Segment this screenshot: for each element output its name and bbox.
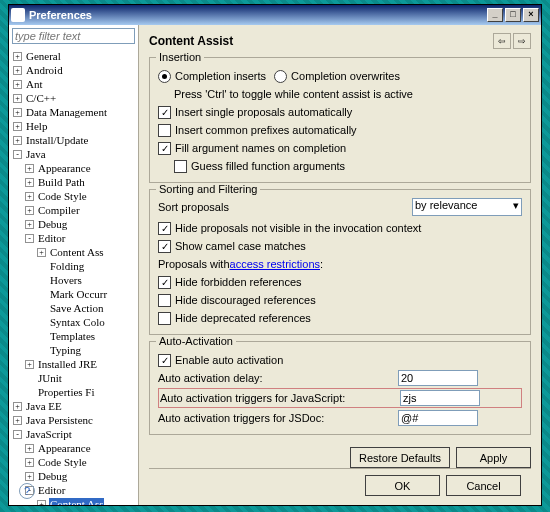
hint-text: Press 'Ctrl' to toggle while content ass… xyxy=(174,88,413,100)
access-restrictions-link[interactable]: access restrictions xyxy=(230,258,320,270)
delay-input[interactable] xyxy=(398,370,478,386)
tree-item[interactable]: +Android xyxy=(11,63,136,77)
enable-auto-check[interactable]: ✓ xyxy=(158,354,171,367)
tree-item[interactable]: +Data Management xyxy=(11,105,136,119)
tree-toggle-icon[interactable]: + xyxy=(13,402,22,411)
hide-forbidden-check[interactable]: ✓ xyxy=(158,276,171,289)
tree-toggle-icon[interactable]: + xyxy=(25,192,34,201)
guess-args-check[interactable] xyxy=(174,160,187,173)
tree-toggle-icon[interactable]: + xyxy=(13,94,22,103)
camelcase-check[interactable]: ✓ xyxy=(158,240,171,253)
tree-item[interactable]: +Ant xyxy=(11,77,136,91)
hide-discouraged-check[interactable] xyxy=(158,294,171,307)
tree-toggle-icon[interactable]: + xyxy=(25,178,34,187)
tree-label: Debug xyxy=(37,218,68,230)
tree-item[interactable]: Save Action xyxy=(11,301,136,315)
completion-inserts-radio[interactable] xyxy=(158,70,171,83)
tree-toggle-icon[interactable]: + xyxy=(25,360,34,369)
hide-invisible-check[interactable]: ✓ xyxy=(158,222,171,235)
tree-label: Compiler xyxy=(37,204,81,216)
back-button[interactable]: ⇦ xyxy=(493,33,511,49)
tree-toggle-icon[interactable]: + xyxy=(25,444,34,453)
tree-item[interactable]: Templates xyxy=(11,329,136,343)
tree-item[interactable]: Typing xyxy=(11,343,136,357)
filter-input[interactable] xyxy=(12,28,135,44)
group-legend: Insertion xyxy=(156,51,204,63)
auto-activation-group: Auto-Activation ✓Enable auto activation … xyxy=(149,341,531,435)
tree-item[interactable]: +Java EE xyxy=(11,399,136,413)
jsdoc-triggers-input[interactable] xyxy=(398,410,478,426)
main-panel: Content Assist ⇦ ⇨ Insertion Completion … xyxy=(139,25,541,505)
tree-item[interactable]: +General xyxy=(11,49,136,63)
fill-args-check[interactable]: ✓ xyxy=(158,142,171,155)
tree-label: Appearance xyxy=(37,162,92,174)
ok-button[interactable]: OK xyxy=(365,475,440,496)
tree-toggle-icon[interactable]: - xyxy=(25,234,34,243)
tree-item[interactable]: Folding xyxy=(11,259,136,273)
preferences-tree[interactable]: +General+Android+Ant+C/C+++Data Manageme… xyxy=(9,47,138,505)
tree-toggle-icon[interactable]: + xyxy=(25,164,34,173)
js-triggers-input[interactable] xyxy=(400,390,480,406)
tree-toggle-icon[interactable]: + xyxy=(25,206,34,215)
tree-item[interactable]: +Appearance xyxy=(11,441,136,455)
close-button[interactable]: × xyxy=(523,8,539,22)
js-triggers-row: Auto activation triggers for JavaScript: xyxy=(158,388,522,408)
tree-toggle-icon[interactable]: + xyxy=(37,248,46,257)
hide-deprecated-check[interactable] xyxy=(158,312,171,325)
group-legend: Sorting and Filtering xyxy=(156,183,260,195)
tree-toggle-icon[interactable]: + xyxy=(25,472,34,481)
tree-item[interactable]: +Debug xyxy=(11,469,136,483)
tree-toggle-icon[interactable]: + xyxy=(25,458,34,467)
tree-item[interactable]: +Content Ass xyxy=(11,245,136,259)
cancel-button[interactable]: Cancel xyxy=(446,475,521,496)
insert-prefix-check[interactable] xyxy=(158,124,171,137)
sort-select[interactable]: by relevance xyxy=(412,198,522,216)
tree-toggle-icon[interactable]: + xyxy=(13,122,22,131)
forward-button[interactable]: ⇨ xyxy=(513,33,531,49)
tree-toggle-icon[interactable]: + xyxy=(37,500,46,506)
tree-item[interactable]: +Appearance xyxy=(11,161,136,175)
tree-item[interactable]: +Installed JRE xyxy=(11,357,136,371)
tree-toggle-icon[interactable]: + xyxy=(13,66,22,75)
tree-item[interactable]: Hovers xyxy=(11,273,136,287)
group-legend: Auto-Activation xyxy=(156,335,236,347)
tree-item[interactable]: Mark Occurr xyxy=(11,287,136,301)
tree-item[interactable]: -JavaScript xyxy=(11,427,136,441)
insertion-group: Insertion Completion inserts Completion … xyxy=(149,57,531,183)
tree-item[interactable]: +Compiler xyxy=(11,203,136,217)
apply-button[interactable]: Apply xyxy=(456,447,531,468)
tree-toggle-icon[interactable]: + xyxy=(13,80,22,89)
tree-label: Folding xyxy=(49,260,85,272)
tree-label: Hovers xyxy=(49,274,83,286)
tree-label: General xyxy=(25,50,62,62)
tree-item[interactable]: +Install/Update xyxy=(11,133,136,147)
tree-label: Debug xyxy=(37,470,68,482)
tree-toggle-icon[interactable]: + xyxy=(13,136,22,145)
completion-overwrites-radio[interactable] xyxy=(274,70,287,83)
tree-item[interactable]: Properties Fi xyxy=(11,385,136,399)
tree-item[interactable]: +Debug xyxy=(11,217,136,231)
tree-label: Editor xyxy=(37,232,67,244)
tree-item[interactable]: +Code Style xyxy=(11,189,136,203)
tree-item[interactable]: -Java xyxy=(11,147,136,161)
tree-item[interactable]: JUnit xyxy=(11,371,136,385)
tree-toggle-icon[interactable]: + xyxy=(13,52,22,61)
tree-item[interactable]: +Java Persistenc xyxy=(11,413,136,427)
tree-toggle-icon[interactable]: - xyxy=(13,430,22,439)
minimize-button[interactable]: _ xyxy=(487,8,503,22)
tree-item[interactable]: +Build Path xyxy=(11,175,136,189)
tree-toggle-icon[interactable]: + xyxy=(13,416,22,425)
tree-item[interactable]: Syntax Colo xyxy=(11,315,136,329)
app-icon xyxy=(11,8,25,22)
restore-defaults-button[interactable]: Restore Defaults xyxy=(350,447,450,468)
tree-item[interactable]: +Help xyxy=(11,119,136,133)
tree-item[interactable]: -Editor xyxy=(11,231,136,245)
insert-single-check[interactable]: ✓ xyxy=(158,106,171,119)
tree-item[interactable]: +C/C++ xyxy=(11,91,136,105)
tree-toggle-icon[interactable]: + xyxy=(13,108,22,117)
tree-toggle-icon[interactable]: - xyxy=(13,150,22,159)
maximize-button[interactable]: □ xyxy=(505,8,521,22)
tree-item[interactable]: +Code Style xyxy=(11,455,136,469)
tree-toggle-icon[interactable]: + xyxy=(25,220,34,229)
tree-label: Code Style xyxy=(37,190,88,202)
